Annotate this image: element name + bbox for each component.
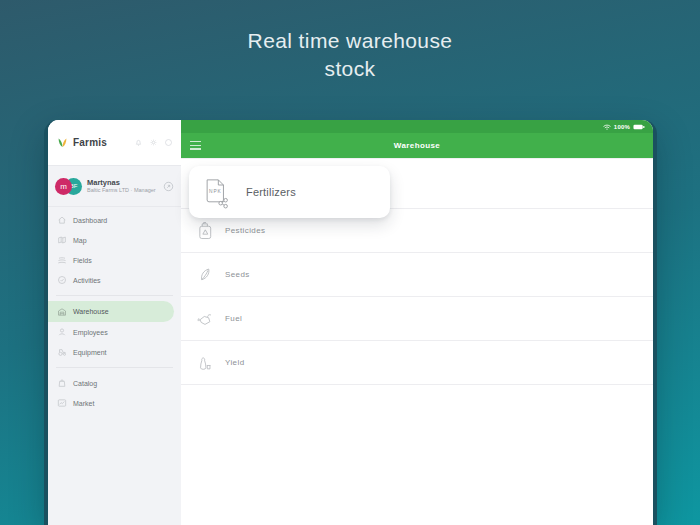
tractor-icon (57, 347, 67, 357)
app-bar: Warehouse (181, 133, 653, 158)
line-chart-icon (57, 398, 67, 408)
sidebar: Farmis (48, 120, 181, 525)
farmis-logo-icon (56, 136, 69, 149)
seeds-icon (194, 262, 216, 288)
list-item-fertilizers-card[interactable]: NPK Fertilizers (189, 166, 390, 218)
sidebar-item-label: Dashboard (73, 217, 107, 224)
main-pane: 100% Warehouse (181, 120, 653, 525)
battery-percent: 100% (614, 124, 630, 130)
user-profile[interactable]: m BF Martynas Baltic Farms LTD · Manager (48, 166, 181, 207)
check-circle-icon (57, 275, 67, 285)
person-icon (57, 327, 67, 337)
tablet-mockup: Farmis (44, 120, 657, 525)
nav-divider (56, 367, 173, 368)
sidebar-item-map[interactable]: Map (48, 230, 181, 250)
list-item-seeds[interactable]: Seeds (181, 253, 653, 297)
status-bar: 100% (181, 120, 653, 133)
tablet-screen: Farmis (48, 120, 653, 525)
sidebar-header-icons (134, 138, 173, 147)
profile-name: Martynas (87, 178, 163, 188)
gear-icon[interactable] (149, 138, 158, 147)
nav-divider (56, 295, 173, 296)
fuel-nozzle-icon (194, 306, 216, 332)
shopping-bag-icon (57, 378, 67, 388)
yield-sack-icon (194, 350, 216, 376)
list-item-label: Pesticides (225, 226, 265, 235)
sidebar-item-fields[interactable]: Fields (48, 250, 181, 270)
user-avatar: m (55, 178, 72, 195)
open-profile-icon[interactable] (163, 181, 174, 192)
list-item-yield[interactable]: Yield (181, 341, 653, 385)
hamburger-menu-icon[interactable] (190, 141, 201, 150)
list-item-label: Yield (225, 358, 245, 367)
battery-icon (633, 124, 645, 130)
sidebar-item-label: Equipment (73, 349, 106, 356)
sidebar-item-catalog[interactable]: Catalog (48, 373, 181, 393)
profile-info: Martynas Baltic Farms LTD · Manager (87, 178, 163, 195)
sidebar-item-label: Market (73, 400, 94, 407)
sidebar-item-label: Fields (73, 257, 92, 264)
page-title: Real time warehouse stock (243, 27, 458, 83)
list-item-label: Fuel (225, 314, 242, 323)
sidebar-item-warehouse[interactable]: Warehouse (48, 301, 174, 322)
brand-name: Farmis (73, 137, 134, 148)
page-background: Real time warehouse stock Farmis (0, 0, 700, 525)
sidebar-item-label: Map (73, 237, 87, 244)
sidebar-item-dashboard[interactable]: Dashboard (48, 210, 181, 230)
sidebar-item-label: Catalog (73, 380, 97, 387)
wifi-icon (603, 124, 611, 130)
warehouse-list: Pesticides Seeds (181, 158, 653, 525)
sync-circle-icon[interactable] (164, 138, 173, 147)
field-rows-icon (57, 255, 67, 265)
sidebar-item-label: Warehouse (73, 308, 109, 315)
bell-icon[interactable] (134, 138, 143, 147)
list-item-label: Fertilizers (246, 186, 296, 198)
home-icon (57, 215, 67, 225)
list-item-fuel[interactable]: Fuel (181, 297, 653, 341)
warehouse-icon (57, 307, 67, 317)
sidebar-item-market[interactable]: Market (48, 393, 181, 413)
svg-text:NPK: NPK (209, 189, 221, 194)
sidebar-header: Farmis (48, 120, 181, 166)
profile-org: Baltic Farms LTD · Manager (87, 187, 163, 194)
screen-title: Warehouse (394, 141, 440, 150)
avatar-group: m BF (55, 178, 82, 195)
sidebar-item-label: Employees (73, 329, 108, 336)
map-icon (57, 235, 67, 245)
sidebar-nav: Dashboard Map (48, 207, 181, 413)
sidebar-item-employees[interactable]: Employees (48, 322, 181, 342)
sidebar-item-label: Activities (73, 277, 101, 284)
npk-fertilizer-bag-icon: NPK (202, 175, 230, 209)
pesticide-canister-icon (194, 218, 216, 244)
sidebar-item-activities[interactable]: Activities (48, 270, 181, 290)
list-item-label: Seeds (225, 270, 250, 279)
sidebar-item-equipment[interactable]: Equipment (48, 342, 181, 362)
